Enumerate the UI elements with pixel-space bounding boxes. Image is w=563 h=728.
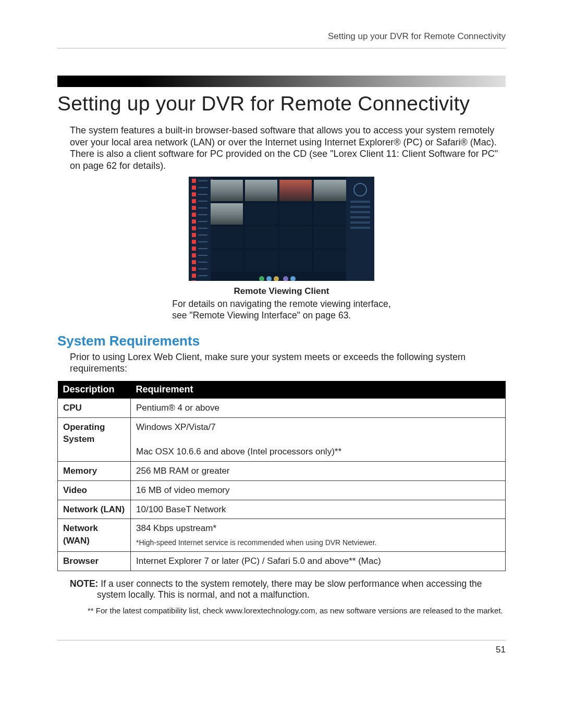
screenshot-figure: LOREX <box>189 177 374 281</box>
table-cell-requirement: Internet Explorer 7 or later (PC) / Safa… <box>131 551 506 571</box>
page-title: Setting up your DVR for Remote Connectiv… <box>57 92 506 115</box>
double-star-footnote: ** For the latest compatibility list, ch… <box>57 606 506 616</box>
table-header-description: Description <box>58 381 131 399</box>
figure-right-column <box>346 177 374 281</box>
table-cell-requirement: 16 MB of video memory <box>131 480 506 500</box>
footer-rule <box>57 640 506 640</box>
document-page: Setting up your DVR for Remote Connectiv… <box>0 0 563 728</box>
table-row: CPUPentium® 4 or above <box>58 398 506 417</box>
table-row: Video16 MB of video memory <box>58 480 506 500</box>
section-heading: System Requirements <box>57 333 506 349</box>
table-row: Memory256 MB RAM or greater <box>58 461 506 480</box>
table-header-requirement: Requirement <box>131 381 506 399</box>
table-cell-requirement: 10/100 BaseT Network <box>131 500 506 519</box>
table-cell-requirement: Windows XP/Vista/7Mac OSX 10.6.6 and abo… <box>131 417 506 461</box>
table-row: Operating SystemWindows XP/Vista/7Mac OS… <box>58 417 506 461</box>
table-cell-description: Video <box>58 480 131 500</box>
section-intro: Prior to using Lorex Web Client, make su… <box>57 351 506 375</box>
note-text: If a user connects to the system remotel… <box>97 578 482 600</box>
table-row: Network (LAN)10/100 BaseT Network <box>58 500 506 519</box>
table-cell-requirement: Pentium® 4 or above <box>131 398 506 417</box>
table-cell-requirement: 384 Kbps upstream**High-speed Internet s… <box>131 519 506 551</box>
table-cell-description: Memory <box>58 461 131 480</box>
figure-subtext-line2: see "Remote Viewing Interface" on page 6… <box>172 310 351 320</box>
figure-block: LOREX Remote Viewi <box>57 177 506 322</box>
running-head: Setting up your DVR for Remote Connectiv… <box>57 31 506 48</box>
table-cell-description: CPU <box>58 398 131 417</box>
table-cell-description: Browser <box>58 551 131 571</box>
page-number: 51 <box>57 645 506 655</box>
table-row: BrowserInternet Explorer 7 or later (PC)… <box>58 551 506 571</box>
table-cell-description: Network (WAN) <box>58 519 131 551</box>
figure-left-column <box>189 177 211 281</box>
table-cell-description: Network (LAN) <box>58 500 131 519</box>
table-cell-footnote: *High-speed Internet service is recommen… <box>136 538 500 548</box>
note-label: NOTE: <box>70 578 98 589</box>
note-paragraph: NOTE: If a user connects to the system r… <box>84 578 506 601</box>
header-rule <box>57 48 506 48</box>
intro-paragraph: The system features a built-in browser-b… <box>57 125 506 171</box>
table-row: Network (WAN)384 Kbps upstream**High-spe… <box>58 519 506 551</box>
figure-bottom-bar <box>211 274 346 280</box>
figure-subtext: For details on navigating the remote vie… <box>172 299 390 322</box>
figure-subtext-line1: For details on navigating the remote vie… <box>172 299 390 309</box>
requirements-table: Description Requirement CPUPentium® 4 or… <box>57 381 506 571</box>
table-cell-requirement: 256 MB RAM or greater <box>131 461 506 480</box>
section-bar <box>57 76 506 87</box>
table-cell-description: Operating System <box>58 417 131 461</box>
figure-camera-grid <box>211 180 346 272</box>
figure-caption: Remote Viewing Client <box>57 286 506 297</box>
